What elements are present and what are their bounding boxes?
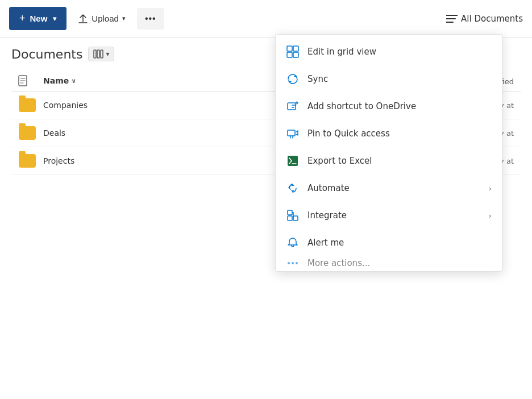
integrate-chevron: ›	[489, 211, 492, 220]
pin-icon	[286, 127, 300, 140]
menu-item-automate[interactable]: Automate ›	[276, 174, 502, 202]
new-label: New	[30, 14, 48, 23]
menu-item-integrate[interactable]: Integrate ›	[276, 202, 502, 229]
menu-item-export-excel[interactable]: Export to Excel	[276, 147, 502, 174]
file-name-deals: Deals	[43, 128, 65, 138]
svg-rect-8	[293, 46, 298, 51]
svg-rect-16	[288, 216, 292, 221]
add-shortcut-label: Add shortcut to OneDrive	[307, 101, 492, 111]
svg-rect-9	[287, 52, 292, 57]
svg-rect-5	[101, 50, 103, 58]
svg-rect-10	[293, 52, 298, 57]
menu-item-add-shortcut[interactable]: Add shortcut to OneDrive	[276, 93, 502, 120]
more-actions-label: More actions...	[307, 258, 492, 268]
svg-rect-12	[288, 130, 295, 136]
svg-point-17	[288, 262, 290, 264]
bell-icon	[286, 236, 300, 250]
svg-rect-13	[288, 156, 298, 166]
all-documents-button[interactable]: All Documents	[446, 14, 523, 24]
upload-chevron: ▾	[122, 15, 126, 22]
svg-rect-15	[293, 216, 298, 221]
svg-rect-11	[288, 103, 296, 110]
folder-icon-deals	[18, 125, 36, 141]
new-chevron: ▾	[53, 15, 56, 23]
all-docs-icon	[446, 14, 458, 23]
more-icon	[286, 256, 300, 268]
automate-icon	[286, 181, 300, 195]
view-toggle-button[interactable]: ▾	[88, 47, 114, 61]
name-sort-icon: ∨	[71, 77, 76, 85]
name-column-header[interactable]: Name ∨	[43, 76, 76, 85]
svg-point-19	[296, 262, 298, 264]
upload-label: Upload	[92, 14, 119, 23]
excel-icon	[286, 154, 300, 168]
automate-label: Automate	[307, 183, 481, 193]
svg-rect-3	[94, 50, 96, 58]
upload-button[interactable]: Upload ▾	[71, 8, 132, 30]
integrate-label: Integrate	[307, 210, 481, 221]
folder-icon-companies	[18, 97, 36, 113]
more-dots: •••	[145, 14, 156, 24]
folder-icon-projects	[18, 153, 36, 169]
more-button[interactable]: •••	[137, 8, 164, 30]
menu-item-sync[interactable]: Sync	[276, 65, 502, 93]
toolbar: + New ▾ Upload ▾ ••• All Documents	[0, 0, 532, 38]
sync-label: Sync	[307, 74, 492, 84]
pin-quick-label: Pin to Quick access	[307, 128, 492, 139]
alert-me-label: Alert me	[307, 238, 492, 248]
new-button[interactable]: + New ▾	[9, 7, 66, 30]
upload-arrow-icon	[78, 14, 88, 24]
menu-item-alert-me[interactable]: Alert me	[276, 229, 502, 256]
svg-point-18	[292, 262, 294, 264]
integrate-icon	[286, 209, 300, 222]
svg-rect-14	[288, 210, 292, 215]
shortcut-icon	[286, 99, 300, 113]
menu-item-pin-quick[interactable]: Pin to Quick access	[276, 120, 502, 147]
file-name-companies: Companies	[43, 101, 88, 110]
file-name-projects: Projects	[43, 156, 74, 165]
context-dropdown-menu: Edit in grid view Sync Add shortcut to O…	[275, 34, 502, 272]
view-chevron: ▾	[106, 50, 109, 58]
page-title: Documents	[11, 47, 82, 61]
all-documents-label: All Documents	[461, 14, 523, 24]
header-file-icon	[18, 75, 36, 86]
grid-icon	[286, 45, 300, 59]
menu-item-more-actions[interactable]: More actions...	[276, 256, 502, 268]
automate-chevron: ›	[489, 184, 492, 193]
svg-rect-7	[287, 46, 292, 51]
view-columns-icon	[93, 49, 103, 59]
name-header-label: Name	[43, 76, 69, 85]
svg-rect-4	[97, 50, 99, 58]
edit-grid-label: Edit in grid view	[307, 47, 492, 57]
sync-icon	[286, 72, 300, 86]
export-excel-label: Export to Excel	[307, 156, 492, 166]
plus-icon: +	[19, 13, 26, 24]
menu-item-edit-grid[interactable]: Edit in grid view	[276, 38, 502, 65]
